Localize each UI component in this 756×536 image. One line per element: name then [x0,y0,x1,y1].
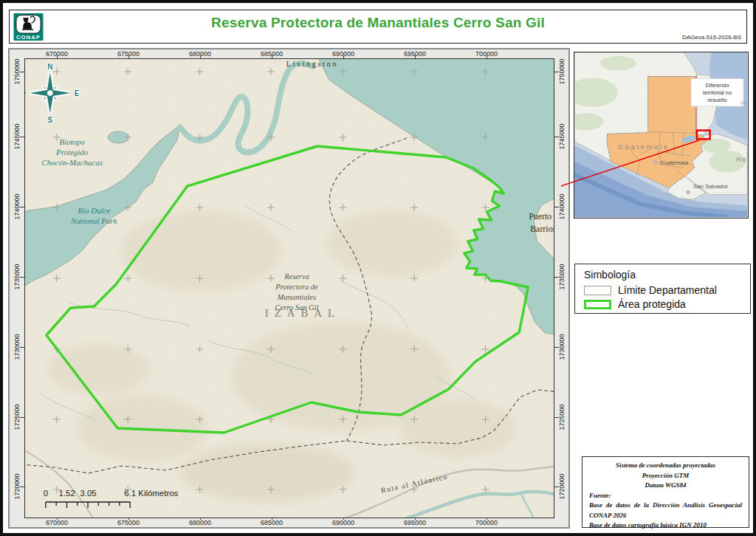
inset-san-salvador-label: San Salvador [693,183,729,190]
map-canvas: Livingston Biotopo Protegido Chocón-Mach… [24,58,554,518]
x-coordinate-label: 685000 [261,519,283,526]
grid-tick [554,417,559,418]
source-line-2: CONAP 2026 [589,511,742,521]
source-line-3: Base de datos cartografía básica IGN 201… [589,520,742,531]
svg-text:Biotopo: Biotopo [59,137,85,146]
y-coordinate-label: 1730000 [558,334,566,360]
x-coordinate-label: 670000 [46,519,68,526]
grid-tick [554,72,559,72]
inset-note-box: Diferendo territorial no resuelto [691,79,743,106]
inset-city-dot [653,161,656,164]
x-coordinate-label: 700000 [475,519,498,526]
header-title-box: CONAP Reserva Protectora de Manantiales … [9,10,747,44]
grid-tick [554,487,559,487]
x-coordinate-label: 675000 [117,519,140,526]
source-line-1: Base de datos de la Dirección Análisis G… [589,501,742,511]
inset-city-label: Guatemala [660,159,689,166]
grid-tick [554,347,559,348]
legend-panel: Simbología Límite Departamental Área pro… [574,264,751,314]
page-title: Reserva Protectora de Manantiales Cerro … [10,15,746,31]
protected-area-swatch [584,300,611,309]
map-frame: 6700006700006750006750006800006800006850… [8,48,570,529]
grid-tick [554,207,559,207]
legend-item-protected: Área protegida [584,298,686,310]
svg-text:Barrios: Barrios [530,224,554,234]
y-coordinate-label: 1725000 [558,404,566,430]
y-coordinate-label: 1745000 [558,123,566,149]
svg-text:Río Dulce: Río Dulce [77,206,110,215]
scale-mid1: 1.52 [59,489,75,498]
x-coordinate-label: 680000 [189,519,211,526]
compass-south: S [47,116,52,124]
source-heading: Fuente: [589,491,742,501]
datum-line: Datum WGS84 [589,481,742,491]
inset-honduras-label: Ho [736,156,747,163]
y-coordinate-label: 1750000 [558,58,566,84]
legend-title: Simbología [584,269,636,281]
crs-line: Sistema de coordenadas proyectadas [589,461,742,471]
label-livingston: Livingston [286,60,338,68]
grid-tick [554,137,559,137]
svg-text:Protegido: Protegido [55,148,89,157]
svg-text:Chocón-Machacas: Chocón-Machacas [41,158,103,167]
compass-north: N [47,63,52,71]
x-coordinate-label: 695000 [404,519,426,526]
svg-text:Puerto: Puerto [529,211,551,221]
scale-end: 6.1 Kilómetros [124,489,178,498]
svg-text:Reserva: Reserva [284,272,309,281]
svg-text:Manantiales: Manantiales [277,293,316,301]
label-izabal: IZABAL [265,307,340,319]
scale-0: 0 [44,489,48,498]
inset-country-label: Guatemala [618,143,670,151]
legend-item-departmental: Límite Departamental [584,284,717,296]
inset-locator-map: Diferendo territorial no resuelto Guatem… [574,52,749,219]
svg-text:Protectora de: Protectora de [275,283,318,291]
svg-text:Diferendo: Diferendo [705,82,729,89]
grid-tick [554,277,559,278]
y-coordinate-label: 1720000 [558,473,566,499]
inset-sea-label: Hond [740,100,747,106]
svg-text:National Park: National Park [70,216,117,225]
y-coordinate-label: 1740000 [558,193,566,219]
x-coordinate-label: 690000 [332,519,354,526]
departmental-swatch [584,286,611,295]
projection-line: Proyección GTM [589,471,742,481]
scale-mid2: 3.05 [80,489,96,498]
inset-san-salvador-dot [687,190,690,193]
compass-east: E [75,89,80,97]
logo-text: CONAP [16,34,41,41]
svg-text:resuelto: resuelto [707,97,726,103]
map-credits-box: Sistema de coordenadas proyectadas Proye… [582,456,749,528]
svg-text:territorial no: territorial no [703,89,732,96]
y-coordinate-label: 1735000 [558,264,566,289]
document-code: DAGeos-515-2026-BS [682,34,741,41]
